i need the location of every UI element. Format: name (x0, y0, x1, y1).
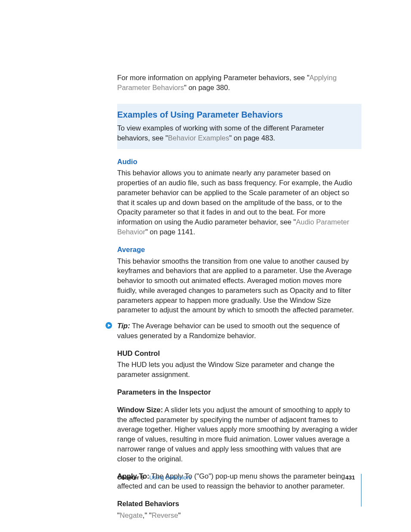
related-sep: ," " (143, 511, 152, 519)
audio-text-b: " on page 1141. (145, 228, 195, 236)
window-size-block: Window Size: A slider lets you adjust th… (117, 405, 361, 464)
negate-link[interactable]: Negate (120, 511, 143, 519)
audio-body: This behavior allows you to animate near… (117, 168, 361, 236)
window-size-body: A slider lets you adjust the amount of s… (117, 406, 358, 463)
tip-body: The Average behavior can be used to smoo… (117, 322, 339, 339)
examples-heading: Examples of Using Parameter Behaviors (117, 109, 355, 121)
average-body: This behavior smooths the transition fro… (117, 256, 361, 315)
tip-text: Tip: The Average behavior can be used to… (117, 321, 361, 341)
inspector-heading: Parameters in the Inspector (117, 387, 361, 397)
examples-body: To view examples of working with some of… (117, 123, 355, 143)
behavior-examples-link[interactable]: Behavior Examples (168, 134, 229, 142)
chapter-name: Using Behaviors (149, 474, 191, 482)
page: For more information on applying Paramet… (0, 0, 411, 532)
window-size-label: Window Size: (117, 406, 163, 414)
examples-text-b: " on page 483. (229, 134, 275, 142)
chapter-line: Chapter 5 Using Behaviors (117, 474, 192, 482)
related-q2: " (178, 511, 181, 519)
tip-icon (105, 322, 112, 329)
examples-callout: Examples of Using Parameter Behaviors To… (117, 104, 361, 149)
reverse-link[interactable]: Reverse (152, 511, 178, 519)
intro-text-b: " on page 380. (184, 84, 230, 91)
tip-block: Tip: The Average behavior can be used to… (117, 321, 361, 341)
audio-heading: Audio (117, 157, 361, 167)
hud-body: The HUD lets you adjust the Window Size … (117, 360, 361, 380)
audio-text-a: This behavior allows you to animate near… (117, 169, 352, 226)
average-heading: Average (117, 245, 361, 255)
chapter-label: Chapter 5 (117, 474, 144, 482)
related-body: "Negate," "Reverse" (117, 510, 361, 520)
tip-label: Tip: (117, 322, 130, 330)
page-number: 431 (345, 474, 355, 482)
intro-text-a: For more information on applying Paramet… (117, 74, 309, 81)
intro-paragraph: For more information on applying Paramet… (117, 73, 361, 93)
page-footer: Chapter 5 Using Behaviors 431 (117, 474, 361, 507)
hud-heading: HUD Control (117, 348, 361, 358)
